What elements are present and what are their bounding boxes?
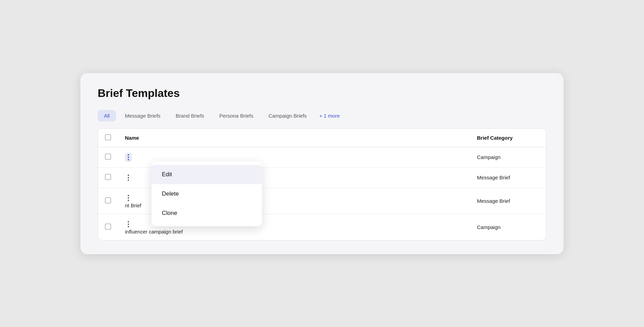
tab-brand-briefs[interactable]: Brand Briefs — [169, 110, 211, 121]
row-category-4: Campaign — [470, 214, 546, 240]
tab-campaign-briefs[interactable]: Campaign Briefs — [262, 110, 313, 121]
row-actions-btn-3[interactable] — [125, 194, 132, 202]
row-name-4: influencer campaign brief — [125, 229, 183, 235]
dot — [128, 159, 129, 160]
dot — [128, 200, 129, 201]
tab-persona-briefs[interactable]: Persona Briefs — [213, 110, 260, 121]
tabs-row: All Message Briefs Brand Briefs Persona … — [98, 110, 546, 121]
context-menu: Edit Delete Clone — [152, 161, 262, 226]
row-checkbox-2[interactable] — [105, 174, 111, 180]
tab-message-briefs[interactable]: Message Briefs — [119, 110, 167, 121]
dot — [128, 221, 129, 222]
dot — [128, 179, 129, 181]
dot — [128, 195, 129, 196]
tab-more[interactable]: + 1 more — [316, 110, 343, 121]
row-checkbox-1[interactable] — [105, 153, 111, 160]
dot — [128, 154, 129, 156]
page-title: Brief Templates — [98, 87, 546, 100]
row-name-3: nt Brief — [125, 202, 142, 208]
row-actions-btn-2[interactable] — [125, 173, 132, 182]
select-all-checkbox[interactable] — [105, 134, 111, 140]
row-checkbox-4[interactable] — [105, 224, 111, 230]
tab-all[interactable]: All — [98, 110, 116, 121]
row-category-2: Message Brief — [470, 167, 546, 188]
dot — [128, 175, 129, 176]
dot — [128, 177, 129, 178]
dot — [128, 226, 129, 227]
row-category-3: Message Brief — [470, 188, 546, 214]
row-checkbox-3[interactable] — [105, 197, 111, 204]
header-category: Brief Category — [470, 129, 546, 147]
row-actions-btn-4[interactable] — [125, 220, 132, 229]
table-wrapper: Edit Delete Clone Name Brief Category — [98, 128, 546, 240]
row-actions-btn-1[interactable] — [125, 153, 132, 162]
header-name: Name — [118, 129, 470, 147]
dot — [128, 157, 129, 158]
row-category-1: Campaign — [470, 147, 546, 167]
dot — [128, 197, 129, 199]
menu-clone[interactable]: Clone — [152, 204, 262, 223]
dot — [128, 224, 129, 225]
menu-edit[interactable]: Edit — [152, 165, 262, 184]
menu-delete[interactable]: Delete — [152, 184, 262, 204]
main-card: Brief Templates All Message Briefs Brand… — [80, 73, 564, 254]
